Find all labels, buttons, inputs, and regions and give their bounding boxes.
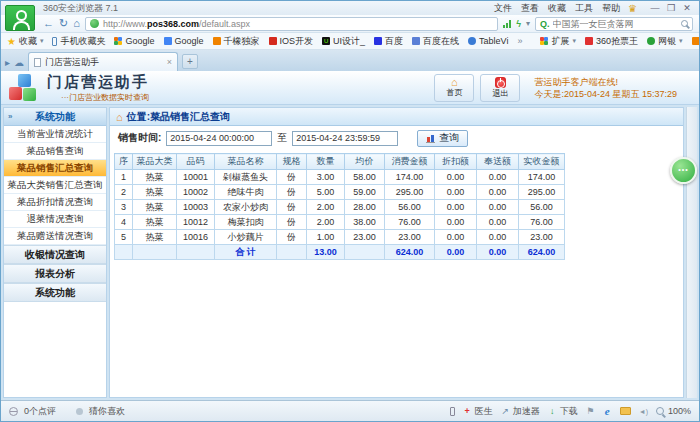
table-cell: 10003 xyxy=(177,200,215,215)
sidebar-section[interactable]: 系统功能 xyxy=(4,283,106,302)
date-to-input[interactable] xyxy=(292,131,398,146)
bookmarks-bar: ★收藏▾手机收藏夹GoogleGoogle千橡独家IOS开发UUI设计_百度百度… xyxy=(1,33,699,50)
bookmark-item[interactable]: IOS开发 xyxy=(269,35,314,48)
reviews-count[interactable]: 0个点评 xyxy=(24,405,56,418)
window-title: 360安全浏览器 7.1 xyxy=(43,2,118,15)
statusbar-item[interactable]: 100% xyxy=(656,406,691,416)
bookmark-item[interactable]: 百度在线 xyxy=(412,35,459,48)
menubar-item[interactable]: 文件 xyxy=(494,2,512,15)
bookmark-item[interactable]: Google xyxy=(114,36,154,46)
table-cell: 份 xyxy=(277,185,307,200)
page-icon xyxy=(34,58,41,67)
bookmark-label: Google xyxy=(175,36,204,46)
ie-icon xyxy=(603,406,612,416)
table-cell: 1 xyxy=(115,170,133,185)
bookmark-item[interactable]: 翻译▾ xyxy=(692,35,699,48)
statusbar-item[interactable] xyxy=(639,406,648,416)
new-tab-button[interactable]: + xyxy=(182,54,198,69)
browser-window: 360安全浏览器 7.1 文件查看收藏工具帮助 ♛ — ❒ ✕ ← ↻ ⌂ ht… xyxy=(0,0,700,422)
site-security-icon xyxy=(90,19,99,28)
close-button[interactable]: ✕ xyxy=(679,3,695,13)
guess-you-like[interactable]: 猜你喜欢 xyxy=(89,405,125,418)
vip-crown-icon[interactable]: ♛ xyxy=(628,3,637,14)
table-cell: 0.00 xyxy=(435,185,477,200)
session-restore-icon[interactable]: ▸ xyxy=(5,57,10,68)
filter-bar: 销售时间: 至 查询 xyxy=(110,126,683,150)
bookmark-item[interactable]: Google xyxy=(164,36,204,46)
query-button[interactable]: 查询 xyxy=(417,130,468,147)
sidebar-section[interactable]: 收银情况查询 xyxy=(4,245,106,264)
home-icon[interactable]: ⌂ xyxy=(73,18,80,29)
tab-close-icon[interactable]: × xyxy=(167,57,172,67)
speedup-bolt-icon[interactable]: ϟ xyxy=(516,19,521,29)
reviews-globe-icon[interactable] xyxy=(9,407,18,416)
statusbar-item[interactable] xyxy=(620,407,631,415)
sidebar-section-title[interactable]: »系统功能 xyxy=(4,108,106,126)
refresh-icon[interactable]: ↻ xyxy=(59,18,68,29)
total-cell xyxy=(345,245,385,260)
menubar-item[interactable]: 查看 xyxy=(521,2,539,15)
table-cell: 梅菜扣肉 xyxy=(215,215,277,230)
table-row: 3热菜10003农家小炒肉份2.0028.0056.000.000.0056.0… xyxy=(115,200,565,215)
statusbar-item[interactable]: 下载 xyxy=(548,405,578,418)
collapse-sidebar-icon[interactable]: » xyxy=(8,112,12,121)
star-icon: ★ xyxy=(7,37,16,45)
table-header-row: 序菜品大类品码菜品名称规格数量均价消费金额折扣额奉送额实收金额 xyxy=(115,154,565,170)
url-field[interactable]: http://www.pos368.com/default.aspx xyxy=(85,17,498,31)
bookmark-item[interactable]: 手机收藏夹 xyxy=(52,35,105,48)
bookmark-item[interactable]: 网银▾ xyxy=(647,35,683,48)
sidebar-item[interactable]: 当前营业情况统计 xyxy=(4,126,106,143)
date-from-input[interactable] xyxy=(166,131,272,146)
sidebar-item[interactable]: 菜品赠送情况查询 xyxy=(4,228,106,245)
minimize-button[interactable]: — xyxy=(647,3,663,13)
network-speed-icon[interactable] xyxy=(503,20,511,28)
home-page-button[interactable]: ⌂ 首页 xyxy=(434,74,474,102)
table-cell: 0.00 xyxy=(477,200,519,215)
chevron-down-icon[interactable]: ▾ xyxy=(526,19,530,28)
exit-button[interactable]: 退出 xyxy=(480,74,520,102)
statusbar-item[interactable] xyxy=(603,406,612,416)
tab-store-assistant[interactable]: 门店营运助手 × xyxy=(28,52,178,71)
client-online-text: 营运助手客户端在线! xyxy=(534,76,677,88)
back-icon[interactable]: ← xyxy=(43,18,54,29)
sidebar-item[interactable]: 菜品销售汇总查询 xyxy=(4,160,106,177)
bookmark-item[interactable]: TableVi xyxy=(468,36,508,46)
guess-icon xyxy=(76,408,83,415)
bookmark-item[interactable]: ★收藏▾ xyxy=(7,35,43,48)
menubar-item[interactable]: 收藏 xyxy=(548,2,566,15)
bookmark-item[interactable]: 扩展▾ xyxy=(540,35,576,48)
table-cell: 28.00 xyxy=(345,200,385,215)
bookmark-label: 百度在线 xyxy=(423,35,459,48)
bookmark-label: 扩展 xyxy=(551,35,569,48)
bookmark-item[interactable]: 千橡独家 xyxy=(213,35,260,48)
web-page: 门店营运助手 ···门店营业数据实时查询 ⌂ 首页 退出 营运助手客户端在线! … xyxy=(1,71,699,400)
user-avatar[interactable] xyxy=(5,5,35,31)
sidebar-item[interactable]: 菜品折扣情况查询 xyxy=(4,194,106,211)
search-icon[interactable] xyxy=(681,20,688,27)
statusbar-item[interactable] xyxy=(586,406,595,416)
table-cell: 56.00 xyxy=(385,200,435,215)
total-cell: 624.00 xyxy=(519,245,565,260)
search-box[interactable]: Q. xyxy=(535,17,693,31)
table-cell: 3 xyxy=(115,200,133,215)
statusbar-item[interactable] xyxy=(450,407,455,416)
translate-icon xyxy=(692,37,699,45)
statusbar-item[interactable]: 医生 xyxy=(463,405,493,418)
table-cell: 76.00 xyxy=(519,215,565,230)
sidebar-section[interactable]: 报表分析 xyxy=(4,264,106,283)
menubar-item[interactable]: 工具 xyxy=(575,2,593,15)
sidebar-item[interactable]: 退菜情况查询 xyxy=(4,211,106,228)
bookmarks-overflow-icon[interactable]: » xyxy=(517,36,522,46)
restore-button[interactable]: ❒ xyxy=(663,3,679,13)
menubar-item[interactable]: 帮助 xyxy=(602,2,620,15)
customer-service-float-button[interactable] xyxy=(670,157,697,184)
sidebar-item[interactable]: 菜品大类销售汇总查询 xyxy=(4,177,106,194)
bookmark-item[interactable]: 百度 xyxy=(374,35,403,48)
statusbar-item[interactable]: 加速器 xyxy=(501,405,540,418)
cloud-sync-icon[interactable]: ☁ xyxy=(14,57,24,68)
table-cell: 份 xyxy=(277,230,307,245)
search-input[interactable] xyxy=(553,19,678,29)
bookmark-item[interactable]: 360抢票王 xyxy=(585,35,638,48)
bookmark-item[interactable]: UUI设计_ xyxy=(322,35,365,48)
sidebar-item[interactable]: 菜品销售查询 xyxy=(4,143,106,160)
